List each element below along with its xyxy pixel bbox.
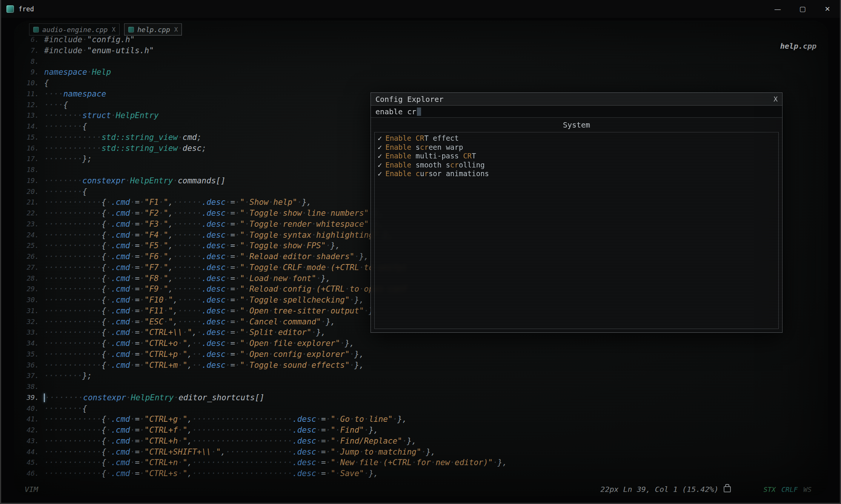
line-number: 40.: [18, 403, 39, 414]
checkbox-checked-icon[interactable]: ✓: [378, 143, 382, 151]
line-content: ············{·.cmd·=·"F7·",······.desc·=…: [44, 262, 407, 273]
code-line[interactable]: 8.: [18, 56, 827, 67]
option-text: smooth s: [411, 161, 450, 169]
line-content: ········{: [44, 403, 87, 414]
config-option[interactable]: ✓Enable smooth scrolling: [378, 161, 775, 170]
line-content: ········};: [44, 370, 92, 381]
option-text: een warp: [429, 143, 463, 151]
app-window: fred — ▢ ✕ 6.#include·"config.h"7.#inclu…: [0, 0, 841, 504]
line-content: ············{·.cmd·=·"CTRL+p·",··.desc·=…: [44, 349, 364, 360]
option-text: T: [472, 152, 476, 160]
title-bar: fred — ▢ ✕: [1, 0, 840, 18]
line-number: 22.: [18, 208, 39, 219]
checkbox-checked-icon[interactable]: ✓: [378, 152, 382, 160]
code-line[interactable]: 42.············{·.cmd·=·"CTRL+f·",······…: [18, 425, 827, 436]
cpp-file-icon: [128, 27, 134, 32]
config-option[interactable]: ✓Enable multi-pass CRT: [378, 152, 775, 161]
line-content: ············{·.cmd·=·"F4·",······.desc·=…: [44, 230, 392, 241]
checkbox-checked-icon[interactable]: ✓: [378, 134, 382, 142]
line-content: ············{·.cmd·=·"CTRL+h·",·········…: [44, 436, 417, 447]
code-line[interactable]: 6.#include·"config.h": [18, 34, 827, 45]
code-line[interactable]: 34.············{·.cmd·=·"CTRL+o·",··.des…: [18, 338, 827, 349]
match-text: cr: [450, 161, 459, 169]
config-search-input[interactable]: enable cr: [371, 106, 782, 118]
config-explorer-title: Config Explorer: [375, 95, 444, 104]
line-number: 21.: [18, 197, 39, 208]
code-line[interactable]: 38.: [18, 381, 827, 392]
code-line[interactable]: 40.········{: [18, 403, 827, 414]
line-number: 24.: [18, 230, 39, 241]
line-content: ············{·.cmd·=·"F9·",······.desc·=…: [44, 284, 407, 295]
line-content: ············std::string_view·cmd;: [44, 132, 201, 143]
tab-bar: audio-engine.cppXhelp.cppX: [29, 23, 182, 35]
line-number: 35.: [18, 349, 39, 360]
config-option[interactable]: ✓Enable screen warp: [378, 143, 775, 152]
config-explorer-dialog: Config Explorer X enable cr System ✓Enab…: [371, 92, 783, 333]
status-flag-crlf: CRLF: [781, 486, 798, 493]
line-number: 46.: [18, 468, 39, 479]
code-line[interactable]: 41.············{·.cmd·=·"CTRL+g·",······…: [18, 414, 827, 425]
config-search-query: enable cr: [375, 107, 416, 116]
code-line[interactable]: 44.············{·.cmd·=·"CTRL+SHIFT+\\·"…: [18, 447, 827, 458]
match-text: CR: [416, 134, 424, 142]
line-content: ············{·.cmd·=·"F6·",······.desc·=…: [44, 251, 369, 262]
line-content: #include·"enum-utils.h": [44, 45, 154, 56]
tab-close-button[interactable]: X: [174, 26, 178, 33]
line-content: ············{·.cmd·=·"F1·",······.desc·=…: [44, 197, 311, 208]
tab-label: help.cpp: [137, 26, 170, 34]
option-text: sor animations: [429, 169, 489, 178]
code-line[interactable]: 39.········constexpr·HelpEntry·editor_sh…: [18, 392, 827, 403]
line-number: 19.: [18, 175, 39, 186]
match-text: Enable: [385, 134, 411, 142]
line-content: ············{·.cmd·=·"CTRL+SHIFT+\\·",··…: [44, 447, 435, 458]
line-number: 29.: [18, 284, 39, 295]
line-number: 26.: [18, 251, 39, 262]
line-number: 8.: [18, 56, 39, 67]
config-option[interactable]: ✓Enable cursor animations: [378, 169, 775, 178]
code-line[interactable]: 35.············{·.cmd·=·"CTRL+p·",··.des…: [18, 349, 827, 360]
line-content: ············{·.cmd·=·"CTRL+s·",·········…: [44, 468, 378, 479]
line-number: 7.: [18, 45, 39, 56]
code-line[interactable]: 43.············{·.cmd·=·"CTRL+h·",······…: [18, 436, 827, 447]
maximize-button[interactable]: ▢: [790, 0, 815, 18]
code-line[interactable]: 10.{: [18, 78, 827, 89]
line-number: 17.: [18, 154, 39, 164]
checkbox-checked-icon[interactable]: ✓: [378, 161, 382, 169]
line-content: ········constexpr·HelpEntry·editor_short…: [44, 392, 264, 403]
line-number: 13.: [18, 110, 39, 121]
code-line[interactable]: 46.············{·.cmd·=·"CTRL+s·",······…: [18, 468, 827, 479]
option-text: [411, 134, 415, 142]
code-line[interactable]: 7.#include·"enum-utils.h": [18, 45, 827, 56]
line-content: namespace·Help: [44, 67, 111, 78]
config-option[interactable]: ✓Enable CRT effect: [378, 134, 775, 143]
line-content: ············{·.cmd·=·"F11·",·····.desc·=…: [44, 306, 378, 317]
config-explorer-close-button[interactable]: X: [773, 95, 778, 103]
match-text: Enable: [385, 161, 411, 169]
tab-help[interactable]: help.cppX: [124, 23, 182, 35]
option-text: T effect: [424, 134, 459, 142]
config-explorer-header: Config Explorer X: [371, 93, 782, 106]
minimize-button[interactable]: —: [765, 0, 790, 18]
tab-close-button[interactable]: X: [112, 26, 115, 33]
line-content: ············{·.cmd·=·"F5·",······.desc·=…: [44, 240, 340, 251]
text-cursor: [417, 108, 421, 116]
tab-audio-engine[interactable]: audio-engine.cppX: [29, 23, 120, 35]
match-text: r: [424, 169, 428, 178]
editor-mode-indicator: VIM: [25, 485, 38, 494]
code-line[interactable]: 9.namespace·Help: [18, 67, 827, 78]
line-content: ············{·.cmd·=·"F8·",······.desc·=…: [44, 273, 331, 284]
close-button[interactable]: ✕: [815, 0, 840, 18]
line-content: #include·"config.h": [44, 34, 135, 45]
match-text: Enable: [385, 152, 411, 160]
line-number: 10.: [18, 78, 39, 89]
code-line[interactable]: 36.············{·.cmd·=·"CTRL+m·",··.des…: [18, 360, 827, 371]
code-line[interactable]: 37.········};: [18, 370, 827, 381]
checkbox-checked-icon[interactable]: ✓: [378, 169, 382, 178]
code-line[interactable]: 45.············{·.cmd·=·"CTRL+n·",······…: [18, 457, 827, 468]
filename-overlay: help.cpp: [780, 41, 816, 51]
editor-screen: 6.#include·"config.h"7.#include·"enum-ut…: [14, 20, 828, 496]
line-number: 12.: [18, 100, 39, 111]
line-number: 33.: [18, 327, 39, 338]
status-bar: VIM 22px Ln 39, Col 1 (15.42%) STXCRLFWS: [14, 484, 828, 495]
line-number: 45.: [18, 457, 39, 468]
